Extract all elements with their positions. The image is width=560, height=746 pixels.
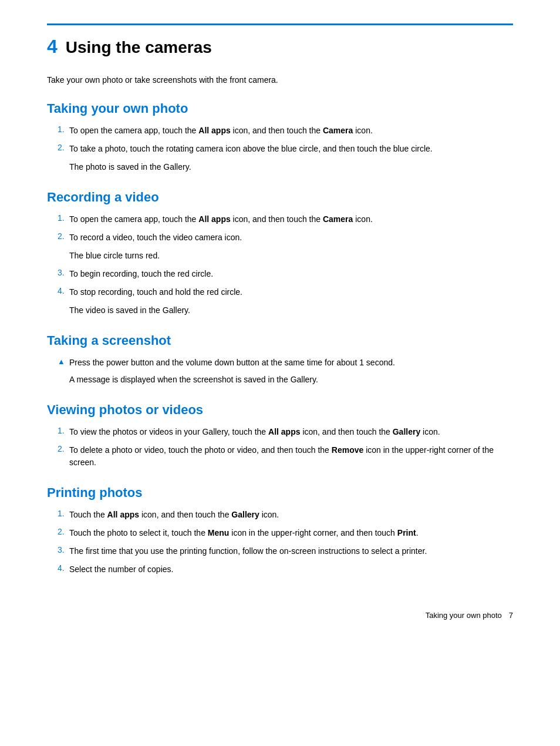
page-footer: Taking your own photo 7 [47,611,513,620]
section-heading-taking-own-photo: Taking your own photo [47,101,513,116]
step-item: 4. To stop recording, touch and hold the… [47,286,513,298]
step-content: Touch the All apps icon, and then touch … [69,509,513,521]
chapter-number: 4 [47,36,58,57]
step-number: 2. [47,143,69,152]
step-item: 1. To open the camera app, touch the All… [47,125,513,137]
steps-list-recording-video: 1. To open the camera app, touch the All… [47,213,513,244]
step-number: 1. [47,125,69,134]
step-number: 1. [47,509,69,518]
step-number: 2. [47,527,69,536]
step-content: To open the camera app, touch the All ap… [69,213,513,226]
section-heading-recording-video: Recording a video [47,190,513,205]
step-content: To begin recording, touch the red circle… [69,268,513,280]
steps-list-taking-own-photo: 1. To open the camera app, touch the All… [47,125,513,155]
step-content: To take a photo, touch the rotating came… [69,143,513,155]
step-item: 3. To begin recording, touch the red cir… [47,268,513,280]
step-number: 1. [47,213,69,223]
step-item: 2. Touch the photo to select it, touch t… [47,527,513,539]
step-item: 1. Touch the All apps icon, and then tou… [47,509,513,521]
steps-list-recording-video-cont: 3. To begin recording, touch the red cir… [47,268,513,298]
step-number: 1. [47,426,69,435]
chapter-title-text: Using the cameras [66,38,212,56]
footer-label: Taking your own photo [426,611,502,620]
step-content: The first time that you use the printing… [69,545,513,557]
section-heading-printing-photos: Printing photos [47,485,513,500]
step-item: 3. The first time that you use the print… [47,545,513,557]
step-number: 2. [47,444,69,453]
step-item: 4. Select the number of copies. [47,563,513,576]
footer-page-number: 7 [509,611,513,620]
step-note: The video is saved in the Gallery. [47,304,513,317]
step-item: 1. To open the camera app, touch the All… [47,213,513,226]
step-note: The photo is saved in the Gallery. [47,161,513,173]
step-content: Touch the photo to select it, touch the … [69,527,513,539]
triangle-bullet-icon: ▲ [47,357,69,366]
section-taking-screenshot: Taking a screenshot ▲ Press the power bu… [47,333,513,386]
step-item: 1. To view the photos or videos in your … [47,426,513,438]
step-content: To delete a photo or video, touch the ph… [69,444,513,469]
section-heading-taking-screenshot: Taking a screenshot [47,333,513,348]
step-number: 2. [47,231,69,241]
bullet-item: ▲ Press the power button and the volume … [47,357,513,369]
steps-list-printing: 1. Touch the All apps icon, and then tou… [47,509,513,576]
step-item: 2. To record a video, touch the video ca… [47,231,513,244]
step-content: To record a video, touch the video camer… [69,231,513,244]
step-note: A message is displayed when the screensh… [47,374,513,386]
step-number: 3. [47,545,69,555]
page-header: 4Using the cameras [47,23,513,58]
step-item: 2. To take a photo, touch the rotating c… [47,143,513,155]
steps-list-viewing: 1. To view the photos or videos in your … [47,426,513,469]
step-note: The blue circle turns red. [47,250,513,262]
section-taking-own-photo: Taking your own photo 1. To open the cam… [47,101,513,173]
section-heading-viewing-photos-videos: Viewing photos or videos [47,402,513,418]
step-content: To view the photos or videos in your Gal… [69,426,513,438]
step-number: 4. [47,563,69,573]
section-viewing-photos-videos: Viewing photos or videos 1. To view the … [47,402,513,469]
step-content: Select the number of copies. [69,563,513,576]
step-content: To open the camera app, touch the All ap… [69,125,513,137]
step-number: 3. [47,268,69,277]
section-recording-video: Recording a video 1. To open the camera … [47,190,513,317]
bullet-content: Press the power button and the volume do… [69,357,513,369]
step-content: To stop recording, touch and hold the re… [69,286,513,298]
intro-text: Take your own photo or take screenshots … [47,75,513,85]
step-item: 2. To delete a photo or video, touch the… [47,444,513,469]
step-number: 4. [47,286,69,295]
section-printing-photos: Printing photos 1. Touch the All apps ic… [47,485,513,576]
chapter-title: 4Using the cameras [47,36,513,58]
